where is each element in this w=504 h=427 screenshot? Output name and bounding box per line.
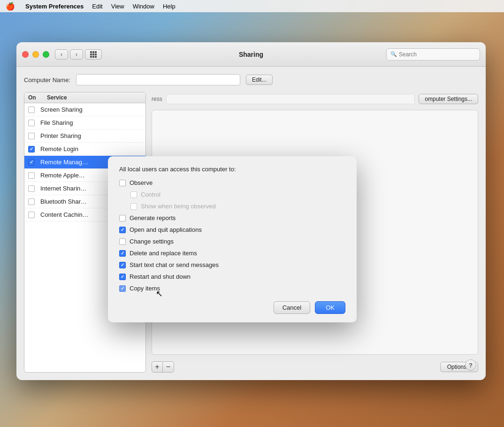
edit-menu[interactable]: Edit	[92, 3, 102, 10]
modal-option-observe: Observe	[119, 179, 345, 186]
modal-option-change-settings: Change settings	[119, 238, 345, 245]
generate-reports-checkbox[interactable]	[119, 215, 126, 221]
modal-option-start-text-chat: Start text chat or send messages	[119, 261, 345, 268]
modal-title: All local users can access this computer…	[119, 166, 345, 173]
open-quit-apps-label: Open and quit applications	[130, 226, 202, 233]
ok-button[interactable]: OK	[315, 301, 345, 314]
observe-checkbox[interactable]	[119, 180, 126, 186]
modal-option-open-quit-apps: Open and quit applications	[119, 226, 345, 233]
modal-options: Observe Control Show when being observed…	[119, 179, 345, 292]
change-settings-label: Change settings	[130, 238, 174, 245]
start-text-chat-checkbox[interactable]	[119, 262, 126, 268]
app-menu[interactable]: System Preferences	[25, 3, 84, 10]
modal-buttons: Cancel OK	[119, 301, 345, 314]
modal-option-restart-shutdown: Restart and shut down	[119, 273, 345, 280]
modal-overlay: All local users can access this computer…	[16, 42, 486, 380]
copy-items-label: Copy items	[130, 285, 160, 292]
control-checkbox[interactable]	[130, 191, 137, 198]
window-menu[interactable]: Window	[133, 3, 154, 10]
help-menu[interactable]: Help	[163, 3, 176, 10]
show-when-observed-label: Show when being observed	[141, 203, 216, 210]
control-label: Control	[141, 191, 160, 198]
change-settings-checkbox[interactable]	[119, 238, 126, 245]
modal-option-copy-items: Copy items	[119, 285, 345, 292]
generate-reports-label: Generate reports	[130, 214, 176, 221]
copy-items-checkbox[interactable]	[119, 285, 126, 292]
delete-replace-label: Delete and replace items	[130, 250, 197, 257]
modal-option-delete-replace: Delete and replace items	[119, 250, 345, 257]
delete-replace-checkbox[interactable]	[119, 250, 126, 257]
apple-menu[interactable]: 🍎	[6, 2, 15, 11]
modal-option-show-when-observed: Show when being observed	[130, 203, 345, 210]
restart-shutdown-label: Restart and shut down	[130, 273, 191, 280]
cancel-button[interactable]: Cancel	[274, 301, 310, 314]
modal-option-control: Control	[130, 191, 345, 198]
restart-shutdown-checkbox[interactable]	[119, 274, 126, 280]
open-quit-apps-checkbox[interactable]	[119, 227, 126, 233]
view-menu[interactable]: View	[111, 3, 124, 10]
sharing-window: ‹ › Sharing 🔍 Computer Name: Edit...	[16, 42, 486, 380]
observe-label: Observe	[130, 179, 153, 186]
modal-option-generate-reports: Generate reports	[119, 214, 345, 221]
modal-dialog: All local users can access this computer…	[108, 156, 357, 322]
show-when-observed-checkbox[interactable]	[130, 203, 137, 210]
start-text-chat-label: Start text chat or send messages	[130, 261, 219, 268]
menu-bar: 🍎 System Preferences Edit View Window He…	[0, 0, 504, 12]
